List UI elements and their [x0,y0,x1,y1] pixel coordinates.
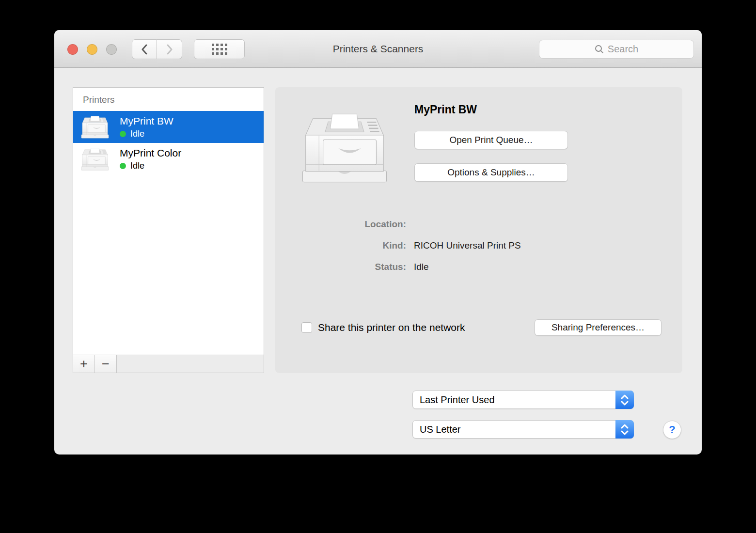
share-printer-checkbox[interactable] [301,322,312,333]
share-printer-row: Share this printer on the network Sharin… [301,319,670,336]
search-placeholder: Search [608,44,638,55]
status-value: Idle [414,262,429,272]
kind-value: RICOH Universal Print PS [414,240,521,251]
default-printer-dropdown[interactable]: Last Printer Used [412,391,634,409]
minimize-button[interactable] [87,44,97,55]
printer-detail-panel: MyPrint BW Open Print Queue… Options & S… [275,87,682,373]
options-supplies-button[interactable]: Options & Supplies… [414,163,568,182]
printer-status: Idle [130,161,144,171]
search-icon [595,45,604,54]
add-printer-button[interactable]: + [73,355,95,373]
printer-icon [80,147,110,171]
printer-detail-title: MyPrint BW [414,103,477,116]
printer-list-item-myprint-color[interactable]: MyPrint Color Idle [73,143,264,175]
nav-button-group [132,39,182,59]
grid-icon [212,44,227,55]
printer-name: MyPrint BW [120,115,173,127]
status-dot-icon [120,131,126,137]
help-button[interactable]: ? [663,421,681,439]
default-paper-size-dropdown[interactable]: US Letter [412,420,634,439]
kind-label: Kind: [275,240,406,251]
status-row: Status: Idle [275,262,682,283]
default-printer-value: Last Printer Used [413,394,616,406]
back-button[interactable] [132,39,157,59]
location-row: Location: [275,219,682,240]
printer-name: MyPrint Color [120,147,181,159]
zoom-button[interactable] [106,44,117,55]
chevron-right-icon [166,44,173,55]
popup-stepper-icon [615,391,634,409]
printer-list-item-myprint-bw[interactable]: MyPrint BW Idle [73,111,264,143]
show-all-preferences-button[interactable] [194,39,245,59]
printer-illustration [299,111,391,183]
search-input[interactable]: Search [539,40,694,59]
default-paper-size-value: US Letter [413,424,616,435]
popup-stepper-icon [615,420,634,439]
sharing-preferences-button[interactable]: Sharing Preferences… [535,319,662,336]
close-button[interactable] [67,44,78,55]
location-label: Location: [275,219,406,230]
share-printer-label: Share this printer on the network [318,322,465,333]
kind-row: Kind: RICOH Universal Print PS [275,240,682,262]
open-print-queue-button[interactable]: Open Print Queue… [414,131,568,149]
status-dot-icon [120,163,126,169]
printers-scanners-window: Printers & Scanners [54,30,702,455]
title-bar[interactable]: Printers & Scanners [54,30,702,68]
desktop-background: Printers & Scanners [0,0,756,533]
printers-sidebar: Printers MyPrint BW Idle MyPrint Color [73,87,264,373]
chevron-left-icon [141,44,148,55]
remove-printer-button[interactable]: − [95,355,117,373]
forward-button[interactable] [157,39,182,59]
printer-info-block: Location: Kind: RICOH Universal Print PS… [275,219,682,283]
printer-status: Idle [130,129,144,139]
sidebar-bottom-bar: + − [73,355,264,373]
printer-icon [80,115,110,139]
printers-list-header: Printers [73,88,264,111]
status-label: Status: [275,262,406,272]
